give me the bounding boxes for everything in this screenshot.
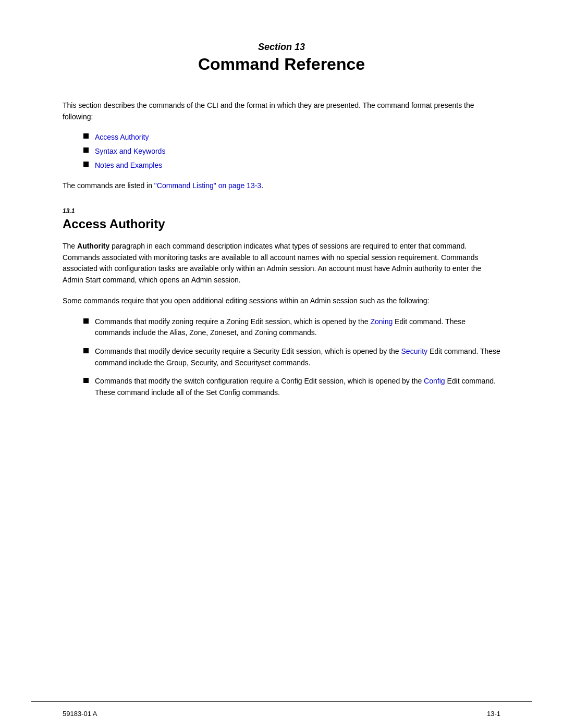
- config-link[interactable]: Config: [424, 377, 445, 385]
- intro-paragraph: This section describes the commands of t…: [63, 100, 500, 122]
- bullet-text-1: Commands that modify zoning require a Zo…: [95, 316, 500, 339]
- bullet-1-before: Commands that modify zoning require a Zo…: [95, 317, 370, 326]
- footer-content: 59183-01 A 13-1: [0, 710, 563, 718]
- bullet-link-list: Access Authority Syntax and Keywords Not…: [83, 132, 500, 171]
- syntax-keywords-link[interactable]: Syntax and Keywords: [95, 146, 165, 157]
- bullet-icon: [83, 318, 89, 324]
- authority-bold: Authority: [77, 242, 109, 250]
- bullet-icon: [83, 348, 89, 353]
- subsection-number: 13.1: [63, 207, 500, 215]
- subsection-access-authority: 13.1 Access Authority The Authority para…: [63, 207, 500, 399]
- body-paragraph-1: The Authority paragraph in each command …: [63, 241, 500, 286]
- bullet-text-3: Commands that modify the switch configur…: [95, 376, 500, 398]
- list-item: Commands that modify zoning require a Zo…: [83, 316, 500, 339]
- content-area: Section 13 Command Reference This sectio…: [0, 0, 563, 448]
- security-link[interactable]: Security: [401, 347, 428, 355]
- footer-line: [31, 701, 532, 702]
- command-listing-suffix: .: [261, 181, 263, 190]
- footer-right: 13-1: [487, 710, 500, 718]
- subsection-title: Access Authority: [63, 217, 500, 231]
- section-header: Section 13 Command Reference: [63, 42, 500, 74]
- section-label: Section 13: [63, 42, 500, 53]
- body-paragraph-1-text: paragraph in each command description in…: [63, 242, 481, 284]
- access-authority-link[interactable]: Access Authority: [95, 132, 149, 143]
- bullet-icon: [83, 378, 89, 383]
- body-paragraph-2: Some commands require that you open addi…: [63, 295, 500, 307]
- bullet-icon: [83, 133, 89, 139]
- zoning-link[interactable]: Zoning: [370, 317, 393, 326]
- page: Section 13 Command Reference This sectio…: [0, 0, 563, 728]
- bullet-icon: [83, 162, 89, 167]
- bullet-text-2: Commands that modify device security req…: [95, 346, 500, 368]
- command-listing-line: The commands are listed in "Command List…: [63, 180, 500, 192]
- bullet-2-before: Commands that modify device security req…: [95, 347, 401, 355]
- list-item: Notes and Examples: [83, 160, 500, 171]
- section-title: Command Reference: [63, 55, 500, 74]
- footer-left: 59183-01 A: [63, 710, 97, 718]
- list-item: Access Authority: [83, 132, 500, 143]
- list-item: Syntax and Keywords: [83, 146, 500, 157]
- command-listing-prefix: The commands are listed in: [63, 181, 154, 190]
- command-listing-link[interactable]: "Command Listing" on page 13-3: [154, 181, 261, 190]
- notes-examples-link[interactable]: Notes and Examples: [95, 160, 162, 171]
- bullet-icon: [83, 147, 89, 153]
- subsection-bullet-list: Commands that modify zoning require a Zo…: [83, 316, 500, 399]
- list-item: Commands that modify the switch configur…: [83, 376, 500, 398]
- list-item: Commands that modify device security req…: [83, 346, 500, 368]
- bullet-3-before: Commands that modify the switch configur…: [95, 377, 424, 385]
